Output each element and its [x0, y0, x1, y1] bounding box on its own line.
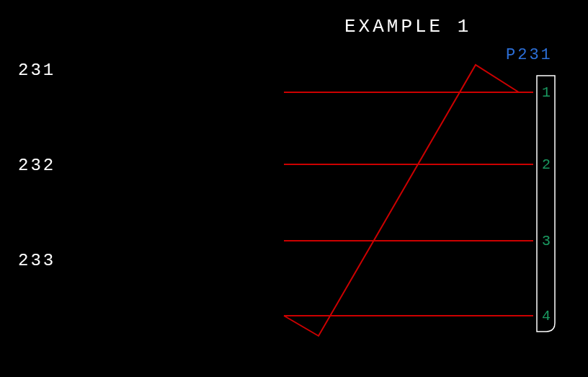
wiring-diagram: [0, 0, 588, 377]
twist-line: [284, 65, 519, 336]
connector-outline: [537, 76, 555, 332]
